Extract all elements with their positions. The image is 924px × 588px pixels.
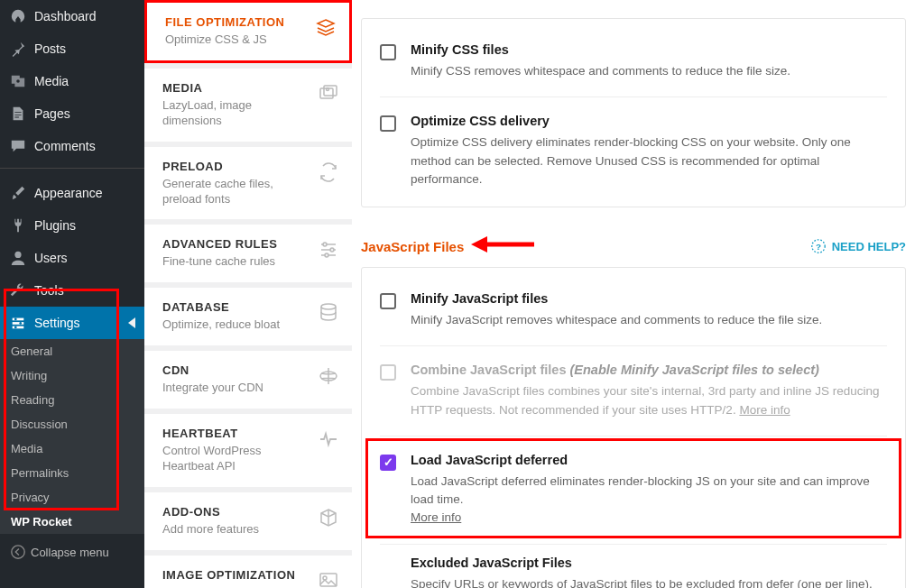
css-options-card: Minify CSS files Minify CSS removes whit… xyxy=(361,18,906,207)
svg-rect-3 xyxy=(13,322,24,325)
more-info-link[interactable]: More info xyxy=(739,403,790,417)
pages-icon xyxy=(9,105,27,123)
option-minify-css: Minify CSS files Minify CSS removes whit… xyxy=(380,33,887,97)
checkbox-defer-js[interactable] xyxy=(380,455,396,471)
svg-point-5 xyxy=(14,318,17,321)
submenu-general[interactable]: General xyxy=(0,339,144,363)
svg-point-15 xyxy=(323,243,327,246)
collapse-menu[interactable]: Collapse menu xyxy=(0,534,144,570)
comments-icon xyxy=(9,137,27,155)
heartbeat-icon xyxy=(318,428,339,450)
svg-point-18 xyxy=(321,304,336,309)
arrow-indicator xyxy=(471,234,534,255)
option-desc: Load JavaScript deferred eliminates rend… xyxy=(411,473,887,528)
option-desc: Optimize CSS delivery eliminates render-… xyxy=(411,133,887,188)
collapse-icon xyxy=(9,543,27,561)
option-title: Minify JavaScript files xyxy=(411,291,887,306)
images-icon xyxy=(318,83,339,105)
help-icon: ? xyxy=(810,238,827,254)
option-desc: Specify URLs or keywords of JavaScript f… xyxy=(411,575,887,589)
wp-menu-posts[interactable]: Posts xyxy=(0,32,144,65)
option-title: Load JavaScript deferred xyxy=(411,453,887,467)
globe-icon xyxy=(318,365,339,387)
submenu-privacy[interactable]: Privacy xyxy=(0,485,144,510)
rocket-tab-file optimization[interactable]: FILE OPTIMIZATIONOptimize CSS & JS xyxy=(144,0,352,63)
svg-point-11 xyxy=(327,87,329,90)
rocket-tab-heartbeat[interactable]: HEARTBEATControl WordPress Heartbeat API xyxy=(144,414,352,487)
section-title: JavaScript Files xyxy=(361,239,464,254)
submenu-permalinks[interactable]: Permalinks xyxy=(0,461,144,485)
wrench-icon xyxy=(9,281,27,299)
wp-menu-comments[interactable]: Comments xyxy=(0,130,144,162)
svg-rect-2 xyxy=(13,318,24,321)
svg-rect-10 xyxy=(324,86,337,96)
checkbox-combine-js xyxy=(380,364,396,381)
collapse-label: Collapse menu xyxy=(31,546,109,559)
submenu-wp rocket[interactable]: WP Rocket xyxy=(0,510,144,534)
option-desc: Minify JavaScript removes whitespace and… xyxy=(411,311,887,329)
svg-point-1 xyxy=(14,252,21,258)
sub-title: Excluded JavaScript Files xyxy=(411,556,887,570)
option-title: Combine JavaScript files (Enable Minify … xyxy=(411,363,887,377)
picture-icon xyxy=(318,570,339,588)
rocket-tab-image optimization[interactable]: IMAGE OPTIMIZATIONCompress your images xyxy=(144,556,352,588)
rocket-tab-database[interactable]: DATABASEOptimize, reduce bloat xyxy=(144,288,352,345)
database-icon xyxy=(318,302,339,324)
brush-icon xyxy=(9,184,27,202)
wp-menu-pages[interactable]: Pages xyxy=(0,97,144,130)
settings-submenu: GeneralWritingReadingDiscussionMediaPerm… xyxy=(0,339,144,534)
plug-icon xyxy=(9,216,27,234)
svg-rect-4 xyxy=(13,326,24,329)
more-info-link[interactable]: More info xyxy=(411,510,461,524)
option-title: Optimize CSS delivery xyxy=(411,114,887,128)
checkbox-optimize-css[interactable] xyxy=(380,115,396,132)
wp-menu-tools[interactable]: Tools xyxy=(0,274,144,307)
main-content: Minify CSS files Minify CSS removes whit… xyxy=(352,0,924,588)
submenu-writing[interactable]: Writing xyxy=(0,363,144,388)
option-defer-js: Load JavaScript deferred Load JavaScript… xyxy=(380,444,887,545)
svg-point-6 xyxy=(19,322,22,325)
refresh-icon xyxy=(318,161,339,183)
wp-menu-users[interactable]: Users xyxy=(0,242,144,274)
layers-icon xyxy=(315,17,337,39)
submenu-reading[interactable]: Reading xyxy=(0,388,144,412)
wp-menu-settings[interactable]: Settings xyxy=(0,307,144,339)
cube-icon xyxy=(318,507,339,528)
option-desc: Combine JavaScript files combines your s… xyxy=(411,382,887,419)
media-icon xyxy=(9,72,27,90)
svg-point-7 xyxy=(14,326,17,329)
svg-point-0 xyxy=(16,79,20,83)
wp-menu-media[interactable]: Media xyxy=(0,65,144,97)
wp-menu-plugins[interactable]: Plugins xyxy=(0,209,144,242)
wp-admin-sidebar: DashboardPostsMediaPagesCommentsAppearan… xyxy=(0,0,144,588)
rocket-tab-add-ons[interactable]: ADD-ONSAdd more features xyxy=(144,492,352,550)
rocket-settings-tabs: FILE OPTIMIZATIONOptimize CSS & JSMEDIAL… xyxy=(144,0,352,588)
pin-icon xyxy=(9,40,27,58)
option-desc: Minify CSS removes whitespace and commen… xyxy=(411,62,887,80)
submenu-media[interactable]: Media xyxy=(0,436,144,461)
option-optimize-css: Optimize CSS delivery Optimize CSS deliv… xyxy=(380,105,887,192)
svg-text:?: ? xyxy=(816,242,821,252)
user-icon xyxy=(9,249,27,267)
sliders-icon xyxy=(318,239,339,261)
option-minify-js: Minify JavaScript files Minify JavaScrip… xyxy=(380,282,887,346)
svg-point-17 xyxy=(325,253,328,257)
settings-icon xyxy=(9,314,27,332)
rocket-tab-media[interactable]: MEDIALazyLoad, image dimensions xyxy=(144,69,352,142)
rocket-tab-cdn[interactable]: CDNIntegrate your CDN xyxy=(144,351,352,409)
rocket-tab-preload[interactable]: PRELOADGenerate cache files, preload fon… xyxy=(144,147,352,220)
submenu-discussion[interactable]: Discussion xyxy=(0,412,144,436)
js-section-header: JavaScript Files ? NEED HELP? xyxy=(361,238,906,254)
js-options-card: Minify JavaScript files Minify JavaScrip… xyxy=(361,267,906,588)
option-combine-js: Combine JavaScript files (Enable Minify … xyxy=(380,354,887,436)
checkbox-minify-js[interactable] xyxy=(380,293,396,309)
svg-point-16 xyxy=(330,248,334,252)
wp-menu-appearance[interactable]: Appearance xyxy=(0,177,144,209)
dashboard-icon xyxy=(9,7,27,25)
wp-menu-dashboard[interactable]: Dashboard xyxy=(0,0,144,32)
checkbox-minify-css[interactable] xyxy=(380,44,396,60)
option-title: Minify CSS files xyxy=(411,42,887,57)
rocket-tab-advanced rules[interactable]: ADVANCED RULESFine-tune cache rules xyxy=(144,225,352,282)
need-help-link[interactable]: ? NEED HELP? xyxy=(810,238,906,254)
excluded-js-section: Excluded JavaScript Files Specify URLs o… xyxy=(380,556,887,589)
